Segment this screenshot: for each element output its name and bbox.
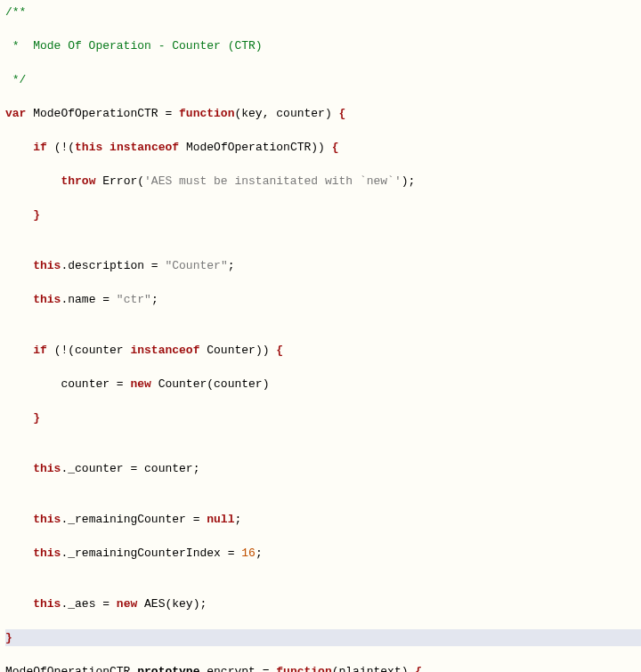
text: ._aes = bbox=[61, 597, 116, 611]
number: 16 bbox=[241, 547, 256, 560]
kw-var: var bbox=[5, 107, 26, 120]
kw-throw: throw bbox=[61, 174, 95, 188]
brace: } bbox=[5, 631, 12, 644]
text: (!( bbox=[47, 141, 75, 154]
kw-function: function bbox=[276, 665, 331, 672]
kw-this: this bbox=[75, 141, 102, 154]
text: ModeOfOperationCTR = bbox=[26, 107, 179, 120]
string: "ctr" bbox=[117, 293, 151, 306]
kw-prototype: prototype bbox=[137, 665, 199, 672]
comment-close: */ bbox=[5, 73, 26, 86]
text: ._counter = counter; bbox=[61, 462, 199, 475]
text: ; bbox=[151, 293, 158, 306]
kw-new: new bbox=[130, 377, 150, 391]
kw-instanceof: instanceof bbox=[110, 141, 179, 154]
kw-function: function bbox=[179, 107, 234, 120]
text: ; bbox=[234, 513, 241, 526]
text: ); bbox=[402, 174, 416, 188]
text: AES(key); bbox=[137, 597, 207, 611]
kw-this: this bbox=[33, 513, 61, 526]
text: ModeOfOperationCTR. bbox=[5, 665, 137, 672]
brace: { bbox=[415, 665, 422, 672]
comment-open: /** bbox=[5, 5, 26, 19]
brace: } bbox=[33, 411, 40, 425]
text: (plaintext) bbox=[332, 665, 416, 672]
comment-body: * Mode Of Operation - Counter (CTR) bbox=[5, 39, 263, 53]
brace: { bbox=[276, 344, 283, 357]
text: ._remainingCounterIndex = bbox=[61, 547, 241, 560]
text: ; bbox=[256, 547, 263, 560]
kw-if: if bbox=[33, 344, 47, 357]
kw-null: null bbox=[207, 513, 234, 526]
brace: { bbox=[339, 107, 346, 120]
text: ModeOfOperationCTR)) bbox=[179, 141, 332, 154]
string: "Counter" bbox=[165, 259, 227, 272]
text: (key, counter) bbox=[234, 107, 338, 120]
kw-this: this bbox=[33, 597, 61, 611]
kw-if: if bbox=[33, 141, 47, 154]
text: .encrypt = bbox=[199, 665, 276, 672]
text: ; bbox=[228, 259, 235, 272]
text: .description = bbox=[61, 259, 165, 272]
kw-this: this bbox=[33, 293, 61, 306]
text: Error( bbox=[95, 174, 144, 188]
text: counter = bbox=[61, 377, 130, 391]
kw-this: this bbox=[33, 259, 61, 272]
kw-new: new bbox=[117, 597, 137, 611]
code-block: /** * Mode Of Operation - Counter (CTR) … bbox=[0, 0, 641, 672]
kw-this: this bbox=[33, 462, 61, 475]
text: (!(counter bbox=[47, 344, 131, 357]
string: 'AES must be instanitated with `new`' bbox=[144, 174, 402, 188]
text: .name = bbox=[61, 293, 116, 306]
brace: { bbox=[332, 141, 339, 154]
text: ._remainingCounter = bbox=[61, 513, 207, 526]
text: Counter(counter) bbox=[151, 377, 270, 391]
text: Counter)) bbox=[199, 344, 276, 357]
text bbox=[102, 141, 110, 154]
kw-instanceof: instanceof bbox=[130, 344, 199, 357]
kw-this: this bbox=[33, 547, 61, 560]
brace: } bbox=[33, 208, 40, 222]
